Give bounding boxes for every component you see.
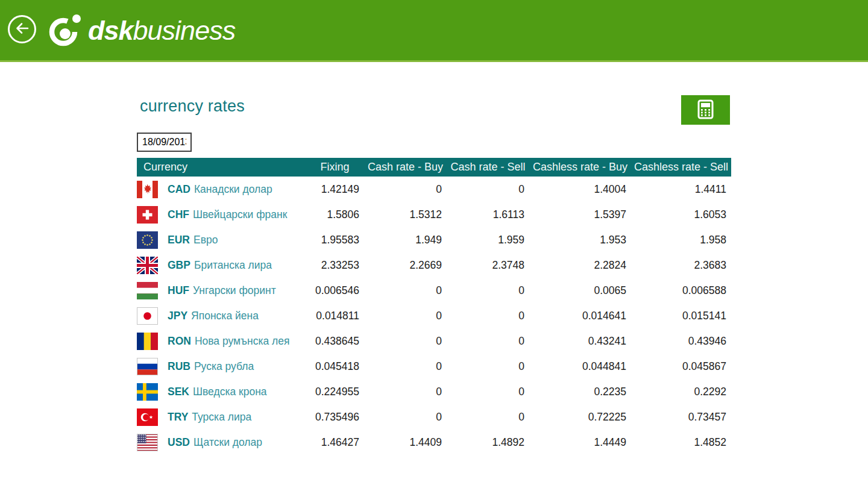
cashless-rate-buy-value: 0.044841 [529,360,631,373]
table-row: JPYЯпонска йена0.014811000.0146410.01514… [137,303,731,328]
cashless-rate-sell-value: 0.2292 [631,386,731,398]
cashless-rate-sell-value: 0.006588 [631,284,731,297]
cash-rate-sell-value: 0 [447,335,529,348]
fixing-value: 0.006546 [306,284,364,297]
cash-rate-sell-value: 0 [447,360,529,373]
cash-rate-sell-value: 0 [447,411,529,424]
currency-name: Нова румънска лея [195,335,290,348]
currency-name: Унгарски форинт [193,284,276,297]
currency-code: HUF [168,284,189,297]
currency-cell: GBPБританска лира [137,257,306,274]
currency-cell: SEKШведска крона [137,383,306,401]
currency-calculator-button[interactable] [681,95,730,125]
hungary-flag-icon [137,282,158,299]
cashless-rate-buy-value: 1.4004 [529,183,631,196]
fixing-value: 1.95583 [306,234,364,246]
currency-cell: CADКанадски долар [137,181,306,198]
app-wordmark: dskbusiness [88,14,235,48]
currency-code: RUB [168,360,190,373]
currency-cell: RONНова румънска лея [137,333,306,350]
column-header-cashless-rate-buy: Cashless rate - Buy [529,161,631,174]
currency-code: JPY [168,310,187,322]
cash-rate-sell-value: 2.3748 [447,259,529,272]
column-header-fixing: Fixing [306,161,364,174]
cashless-rate-sell-value: 0.73457 [631,411,731,424]
date-input[interactable] [137,133,192,152]
currency-cell: RUBРуска рубла [137,358,306,375]
currency-code: GBP [168,259,190,272]
calculator-icon [697,99,714,121]
currency-name: Швейцарски франк [193,208,287,221]
table-row: RONНова румънска лея0.438645000.432410.4… [137,328,731,354]
currency-code: TRY [168,411,188,424]
cashless-rate-buy-value: 2.2824 [529,259,631,272]
fixing-value: 0.045418 [306,360,364,373]
cash-rate-buy-value: 0 [364,386,447,398]
fixing-value: 2.33253 [306,259,364,272]
cashless-rate-buy-value: 0.014641 [529,310,631,322]
table-row: CHFШвейцарски франк1.58061.53121.61131.5… [137,202,731,227]
cash-rate-buy-value: 1.5312 [364,208,447,221]
cash-rate-sell-value: 1.6113 [447,208,529,221]
cash-rate-sell-value: 0 [447,310,529,322]
fixing-value: 1.46427 [306,436,364,449]
canada-flag-icon [137,181,158,198]
currency-name: Японска йена [191,310,259,322]
cash-rate-buy-value: 0 [364,360,447,373]
currency-name: Турска лира [192,411,251,424]
currency-code: SEK [168,386,189,398]
back-button[interactable] [8,15,36,43]
currency-table-body: CADКанадски долар1.42149001.40041.4411CH… [137,177,731,455]
cashless-rate-sell-value: 1.958 [631,234,731,246]
column-header-cashless-rate-sell: Cashless rate - Sell [631,161,731,174]
cash-rate-sell-value: 0 [447,183,529,196]
japan-flag-icon [137,307,158,325]
currency-code: CHF [168,208,189,221]
cashless-rate-buy-value: 1.953 [529,234,631,246]
cash-rate-sell-value: 0 [447,284,529,297]
cash-rate-buy-value: 1.949 [364,234,447,246]
cash-rate-buy-value: 2.2669 [364,259,447,272]
table-row: HUFУнгарски форинт0.006546000.00650.0065… [137,278,731,303]
table-row: SEKШведска крона0.224955000.22350.2292 [137,379,731,404]
currency-code: RON [168,335,191,348]
currency-name: Руска рубла [194,360,254,373]
fixing-value: 0.438645 [306,335,364,348]
currency-name: Шведска крона [193,386,267,398]
arrow-left-icon [14,20,31,39]
currency-name: Щатски долар [193,436,262,449]
fixing-value: 0.224955 [306,386,364,398]
cashless-rate-buy-value: 0.0065 [529,284,631,297]
switzerland-flag-icon [137,206,158,224]
cash-rate-buy-value: 0 [364,335,447,348]
currency-name: Британска лира [194,259,272,272]
cash-rate-buy-value: 1.4409 [364,436,447,449]
cashless-rate-sell-value: 1.4411 [631,183,731,196]
column-header-cash-rate-sell: Cash rate - Sell [447,161,529,174]
app-window: dskbusiness currency rates Currency Fixi… [0,0,868,488]
currency-code: CAD [168,183,190,196]
cashless-rate-sell-value: 0.045867 [631,360,731,373]
table-row: RUBРуска рубла0.045418000.0448410.045867 [137,354,731,379]
cashless-rate-buy-value: 1.4449 [529,436,631,449]
currency-cell: USDЩатски долар [137,434,306,451]
cash-rate-sell-value: 0 [447,386,529,398]
eu-flag-icon [137,231,158,249]
cashless-rate-sell-value: 1.6053 [631,208,731,221]
cashless-rate-sell-value: 0.43946 [631,335,731,348]
cashless-rate-buy-value: 0.2235 [529,386,631,398]
usa-flag-icon [137,434,158,451]
table-row: GBPБританска лира2.332532.26692.37482.28… [137,252,731,278]
cashless-rate-sell-value: 1.4852 [631,436,731,449]
column-header-cash-rate-buy: Cash rate - Buy [364,161,447,174]
fixing-value: 0.735496 [306,411,364,424]
cashless-rate-buy-value: 1.5397 [529,208,631,221]
cash-rate-buy-value: 0 [364,310,447,322]
currency-name: Канадски долар [194,183,272,196]
turkey-flag-icon [137,408,158,426]
cashless-rate-buy-value: 0.72225 [529,411,631,424]
cashless-rate-sell-value: 0.015141 [631,310,731,322]
cash-rate-sell-value: 1.959 [447,234,529,246]
table-row: USDЩатски долар1.464271.44091.48921.4449… [137,430,731,455]
uk-flag-icon [137,257,158,274]
